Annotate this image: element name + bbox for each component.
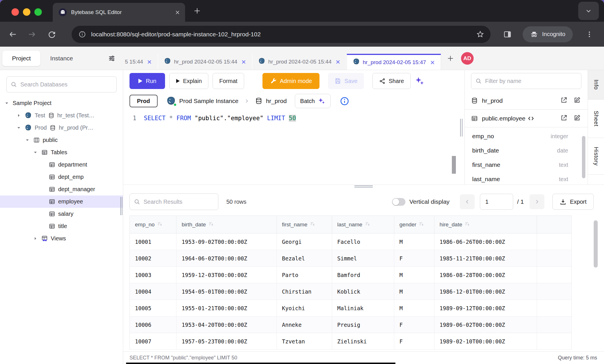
column-list-scrollbar[interactable] — [582, 136, 585, 178]
new-sheet-button[interactable] — [447, 55, 454, 62]
database-search-input[interactable] — [20, 81, 112, 88]
editor-tab[interactable]: hr_prod 2024-02-05 15:47 — [347, 54, 441, 70]
column-header-birth_date[interactable]: birth_date — [177, 216, 277, 233]
page-number-input[interactable] — [480, 194, 513, 210]
table-row[interactable]: 100021964-06-02T00:00:00ZBezalelSimmelF1… — [130, 250, 571, 267]
table-row[interactable]: 100011953-09-02T00:00:00ZGeorgiFacelloM1… — [130, 234, 571, 250]
sort-icon[interactable] — [157, 221, 162, 228]
caret-right-icon[interactable] — [33, 236, 41, 241]
side-tab-info[interactable]: Info — [588, 70, 604, 100]
table-row[interactable]: 100051955-01-21T00:00:00ZKyoichiMaliniak… — [130, 300, 571, 316]
tree-item-hr_test-test-[interactable]: Testhr_test (Test… — [0, 109, 123, 122]
table-row[interactable]: 100031959-12-03T00:00:00ZPartoBamfordM19… — [130, 267, 571, 283]
info-icon[interactable] — [340, 96, 349, 106]
edit-icon[interactable] — [573, 114, 581, 123]
prev-page-button[interactable] — [460, 194, 475, 209]
batch-button[interactable]: Batch — [295, 94, 331, 108]
column-header-first_name[interactable]: first_name — [277, 216, 332, 233]
admin-mode-button[interactable]: Admin mode — [262, 73, 319, 89]
editor-tab[interactable]: 5 15:44 — [123, 54, 158, 70]
column-row[interactable]: birth_datedate — [465, 143, 588, 158]
tree-item-dept_manager[interactable]: dept_manager — [0, 183, 123, 195]
save-button[interactable]: Save — [328, 73, 364, 89]
new-browser-tab-button[interactable] — [193, 7, 201, 15]
panel-resize-handle[interactable] — [460, 119, 462, 136]
tab-instance[interactable]: Instance — [40, 51, 83, 66]
column-header-gender[interactable]: gender — [394, 216, 434, 233]
caret-down-icon[interactable] — [33, 150, 41, 155]
split-divider[interactable] — [123, 185, 604, 188]
column-row[interactable]: emp_nointeger — [465, 129, 588, 143]
sort-icon[interactable] — [365, 221, 370, 228]
tree-item-department[interactable]: department — [0, 159, 123, 171]
url-bar[interactable]: localhost:8080/sql-editor/prod-sample-in… — [72, 26, 491, 43]
sidebar-resize-handle[interactable] — [120, 197, 122, 215]
column-header-emp_no[interactable]: emp_no — [130, 216, 177, 233]
results-scrollbar[interactable] — [594, 220, 598, 268]
close-tab-icon[interactable] — [336, 60, 340, 64]
sort-icon[interactable] — [208, 221, 214, 228]
editor-scrollbar[interactable] — [452, 156, 456, 174]
side-tab-sheet[interactable]: Sheet — [588, 100, 604, 138]
run-button[interactable]: Run — [130, 73, 165, 89]
user-avatar[interactable]: AD — [461, 52, 474, 65]
sql-editor[interactable]: 1 SELECT * FROM "public"."employee" LIMI… — [123, 110, 464, 185]
caret-down-icon[interactable] — [25, 138, 33, 142]
caret-down-icon[interactable] — [17, 126, 25, 130]
sort-icon[interactable] — [310, 221, 315, 228]
tree-item-tables[interactable]: Tables — [0, 146, 123, 159]
tree-item-public[interactable]: public — [0, 134, 123, 146]
external-link-icon[interactable] — [560, 96, 568, 105]
results-search[interactable] — [130, 193, 218, 210]
editor-tab[interactable]: hr_prod 2024-02-05 15:44 — [252, 54, 347, 70]
forward-icon[interactable] — [28, 30, 36, 39]
reload-icon[interactable] — [48, 30, 56, 39]
database-search[interactable] — [6, 76, 117, 92]
back-icon[interactable] — [9, 30, 17, 39]
instance-name[interactable]: Prod Sample Instance — [179, 98, 239, 104]
next-page-button[interactable] — [530, 194, 544, 209]
results-search-input[interactable] — [144, 199, 214, 205]
caret-down-icon[interactable] — [5, 101, 13, 105]
side-tab-history[interactable]: History — [588, 138, 604, 175]
tree-item-sample-project[interactable]: Sample Project — [0, 97, 123, 109]
close-window-button[interactable] — [11, 8, 19, 16]
close-tab-icon[interactable] — [241, 60, 246, 64]
sort-icon[interactable] — [419, 221, 424, 228]
sort-icon[interactable] — [464, 221, 470, 228]
column-header-hire_date[interactable]: hire_date — [434, 216, 537, 233]
export-button[interactable]: Export — [552, 194, 594, 210]
editor-tab[interactable]: hr_prod 2024-02-05 15:44 — [158, 54, 252, 70]
code-icon[interactable] — [527, 115, 535, 122]
divider-grip[interactable] — [354, 185, 373, 187]
vertical-display-toggle[interactable] — [392, 198, 405, 206]
browser-tab-close-icon[interactable] — [175, 10, 180, 15]
close-tab-icon[interactable] — [430, 60, 435, 65]
browser-menu-icon[interactable] — [586, 31, 593, 38]
tree-item-title[interactable]: title — [0, 220, 123, 232]
minimize-window-button[interactable] — [23, 8, 30, 16]
format-button[interactable]: Format — [213, 73, 244, 89]
ai-sparkles-icon[interactable] — [415, 76, 424, 86]
tree-item-dept_emp[interactable]: dept_emp — [0, 171, 123, 183]
external-link-icon[interactable] — [560, 114, 568, 123]
site-info-icon[interactable] — [79, 31, 86, 38]
bookmark-star-icon[interactable] — [476, 30, 484, 38]
schema-filter-input[interactable] — [485, 78, 577, 84]
tree-item-employee[interactable]: employee — [0, 195, 123, 208]
explain-button[interactable]: Explain — [169, 73, 209, 89]
side-panel-icon[interactable] — [503, 30, 512, 39]
caret-right-icon[interactable] — [17, 113, 25, 118]
browser-tab[interactable]: Bytebase SQL Editor — [53, 3, 185, 22]
tree-item-hr_prod-pr-[interactable]: Prodhr_prod (Pr… — [0, 122, 123, 134]
tab-search-button[interactable] — [578, 2, 599, 20]
close-tab-icon[interactable] — [147, 60, 152, 64]
table-row[interactable]: 100071957-05-23T00:00:00ZTzvetanZielinsk… — [130, 333, 571, 350]
tree-item-views[interactable]: Views — [0, 232, 123, 245]
column-header-last_name[interactable]: last_name — [332, 216, 394, 233]
tree-item-salary[interactable]: salary — [0, 208, 123, 220]
tree-settings-icon[interactable] — [108, 54, 116, 62]
column-row[interactable]: last_nametext — [465, 172, 588, 185]
edit-icon[interactable] — [573, 96, 581, 105]
tab-project[interactable]: Project — [2, 51, 40, 66]
